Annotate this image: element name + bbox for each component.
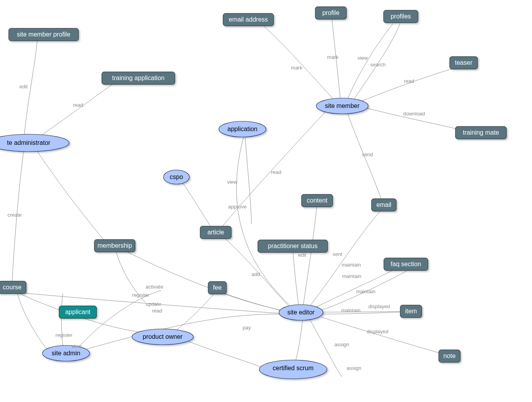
node-email_address[interactable]: email address (223, 13, 274, 26)
edge-label-view: view (358, 55, 368, 61)
edge-label-maintain: maintain (341, 307, 360, 313)
edge-label-edit: edit (20, 84, 28, 90)
edge-label-displayed: displayed (369, 303, 390, 309)
edge-label-approve: approve (228, 204, 247, 210)
node-training_application[interactable]: training application (102, 72, 175, 84)
node-label-profiles: profiles (391, 13, 411, 20)
edge-application-approve (245, 137, 251, 224)
edge-label-mark: mark (291, 65, 303, 71)
edge-label-maintain: maintain (341, 262, 361, 268)
node-label-email: email (376, 201, 391, 208)
node-label-application: application (227, 126, 258, 132)
node-site_member_profile[interactable]: site member profile (9, 28, 79, 41)
node-label-certified_scrum: certified scrum (273, 365, 314, 371)
edge-label-read: read (404, 78, 414, 84)
node-label-teaser: teaser (455, 59, 473, 66)
node-label-training_application: training application (112, 75, 164, 81)
node-content[interactable]: content (301, 194, 332, 207)
node-label-content: content (307, 197, 328, 204)
node-label-product_owner: product owner (143, 333, 183, 340)
node-site_member[interactable]: site member (316, 98, 368, 114)
node-label-membership: membership (97, 242, 132, 249)
node-label-cspo: cspo (170, 174, 183, 180)
edge-label-update: update (146, 301, 161, 307)
edge-product_owner-fee (177, 294, 214, 330)
edge-label-search: search (370, 62, 385, 68)
edge-label-register: register (132, 292, 149, 298)
node-label-site_administrator: te administrator (7, 139, 51, 146)
node-certified_scrum[interactable]: certified scrum (259, 360, 327, 379)
node-label-site_editor: site editor (287, 309, 315, 316)
edge-label-create: create (7, 212, 22, 218)
edge-label-read: read (271, 169, 281, 175)
node-faq_section[interactable]: faq section (384, 258, 428, 270)
node-site_admin[interactable]: site admin (42, 345, 90, 361)
edge-site_editor-item2 (322, 312, 403, 314)
edge-label-activate: activate (146, 284, 163, 290)
node-label-note: note (443, 353, 455, 359)
node-label-profile: profile (322, 9, 339, 16)
edge-site_member-profiles_view (348, 24, 393, 99)
edge-site_editor-note (321, 317, 441, 353)
graph-canvas[interactable]: site member profiletraining applicatione… (0, 0, 532, 402)
edge-site_member-email_address (263, 26, 333, 99)
node-label-email_address: email address (229, 16, 268, 23)
node-practitioner_status[interactable]: practitioner status (258, 240, 328, 252)
edge-label-mark: mark (327, 54, 339, 60)
edge-label-read: read (152, 308, 162, 314)
edge-application-site_editor (237, 137, 291, 306)
edge-label-assign: assign (347, 365, 361, 371)
edge-label-pay: pay (243, 325, 251, 331)
node-profiles[interactable]: profiles (383, 10, 418, 23)
node-training_materials[interactable]: training mate (455, 126, 506, 139)
edge-site_editor-certified_scrum (295, 320, 303, 361)
edge-label-edit: edit (298, 252, 306, 258)
node-site_administrator[interactable]: te administrator (0, 134, 69, 152)
edge-label-view: view (72, 343, 82, 349)
edge-site_administrator-membership (37, 151, 104, 240)
edge-label-displayed: displayed (367, 329, 389, 334)
node-label-training_materials: training mate (463, 129, 499, 136)
node-label-faq_section: faq section (391, 261, 421, 267)
node-membership[interactable]: membership (94, 239, 135, 252)
edge-site_editor-item (322, 311, 403, 312)
edge-cspo-article2 (183, 183, 211, 228)
node-article[interactable]: article (200, 226, 231, 239)
node-label-practitioner_status: practitioner status (268, 243, 317, 249)
edge-label-send: send (362, 152, 373, 157)
node-label-applicant: applicant (65, 309, 91, 315)
node-site_editor[interactable]: site editor (279, 305, 323, 320)
edge-label-add: add (251, 271, 260, 277)
node-teaser[interactable]: teaser (449, 57, 477, 69)
edge-site_editor-practitioner_status (293, 253, 299, 305)
node-item[interactable]: item (400, 305, 422, 318)
node-cspo[interactable]: cspo (163, 170, 189, 184)
node-profile[interactable]: profile (315, 7, 346, 19)
edge-label-maintain: maintain (356, 289, 375, 294)
node-applicant[interactable]: applicant (59, 306, 97, 318)
node-label-fee: fee (213, 284, 222, 291)
node-label-course: course (3, 284, 22, 291)
edge-label-view: view (227, 179, 238, 185)
edge-site_admin-course3 (18, 294, 47, 349)
edge-label-assign: assign (334, 342, 349, 347)
node-label-article: article (207, 229, 224, 236)
edge-label-read: read (73, 102, 83, 108)
edge-site_administrator-training_application (39, 83, 114, 137)
edge-label-download: download (403, 111, 425, 117)
node-note[interactable]: note (439, 350, 460, 362)
node-label-site_admin: site admin (52, 350, 81, 356)
edge-label-maintain: maintain (342, 273, 361, 279)
node-course[interactable]: course (0, 281, 26, 294)
node-label-site_member_profile: site member profile (17, 31, 70, 38)
edge-label-register: register (55, 332, 73, 338)
node-product_owner[interactable]: product owner (132, 329, 193, 345)
edge-site_member-teaser (361, 68, 454, 101)
node-email[interactable]: email (372, 199, 396, 211)
node-label-item: item (405, 308, 417, 314)
node-fee[interactable]: fee (208, 281, 227, 294)
edge-label-sent: sent (333, 251, 343, 257)
edge-product_owner-certified (189, 342, 261, 367)
node-application[interactable]: application (219, 121, 266, 137)
node-label-site_member: site member (325, 102, 360, 109)
